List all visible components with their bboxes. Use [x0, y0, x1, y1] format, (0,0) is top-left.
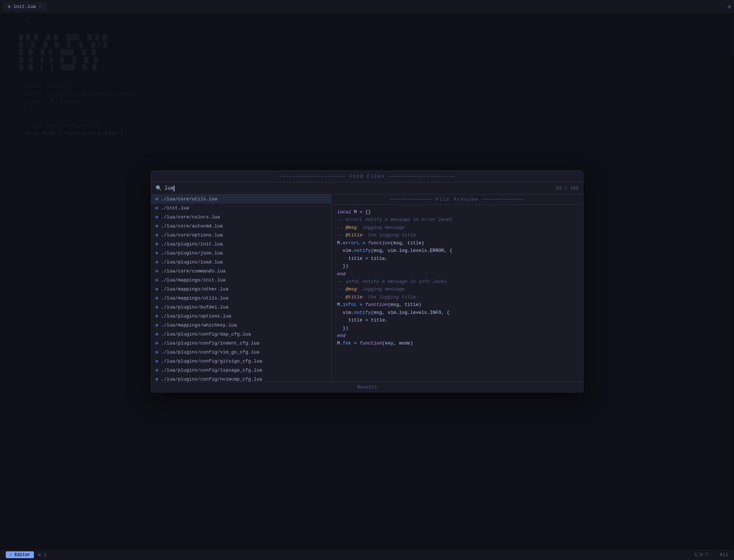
- tab-close-button[interactable]: ×: [39, 5, 41, 9]
- status-bar: ✓ Editor ⊞ 1 1,9-7 All: [0, 549, 734, 560]
- file-icon: ⚙: [156, 341, 158, 346]
- file-icon: ⚙: [156, 305, 158, 310]
- file-list-item[interactable]: ⚙./lua/plugins/load.lua: [151, 258, 331, 267]
- file-item-path: ./lua/plugins/config/nvimcmp_cfg.lua: [161, 377, 262, 382]
- status-tabs: ⊞ 1: [38, 552, 46, 558]
- search-cursor: [174, 186, 174, 191]
- file-list-item[interactable]: ⚙./lua/mappings/whichkey.lua: [151, 321, 331, 330]
- file-icon: ⚙: [156, 241, 158, 247]
- file-list-item[interactable]: ⚙./lua/mappings/other.lua: [151, 285, 331, 294]
- preview-line: local M = {}: [337, 208, 577, 216]
- preview-line: M.infoL = function(msg, title): [337, 301, 577, 308]
- preview-line: vim.notify(msg, vim.log.levels.INFO, {: [337, 309, 577, 316]
- search-text: lua: [165, 185, 174, 191]
- file-item-path: ./lua/plugins/json.lua: [161, 250, 223, 256]
- preview-line: -- infoL notify a message in info level: [337, 278, 577, 285]
- file-list-item[interactable]: ⚙./lua/plugins/options.lua: [151, 312, 331, 321]
- file-icon: ⚙: [156, 359, 158, 364]
- file-item-path: ./lua/plugins/config/dap_cfg.lua: [161, 332, 251, 337]
- scroll-position: All: [720, 552, 728, 557]
- file-list-item[interactable]: ⚙./init.lua: [151, 204, 331, 213]
- file-list-item[interactable]: ⚙./lua/plugins/config/gitsign_cfg.lua: [151, 357, 331, 366]
- file-preview: ──────────── File Preview ──────────── l…: [332, 195, 583, 382]
- window-close-button[interactable]: ⊗: [728, 3, 731, 10]
- file-item-path: ./lua/plugins/options.lua: [161, 314, 231, 319]
- tab-bar: ⚙ init.lua × ⊗: [0, 0, 734, 14]
- file-list-item[interactable]: ⚙./lua/plugins/bufdel.lua: [151, 303, 331, 312]
- editor-area: 12 --[[ 11 10 9 8 7 6: [0, 14, 734, 549]
- status-left: ✓ Editor ⊞ 1: [6, 551, 46, 558]
- file-icon: ⚙: [156, 350, 158, 355]
- file-item-path: ./lua/mappings/whichkey.lua: [161, 323, 237, 328]
- file-item-path: ./lua/core/options.lua: [161, 232, 223, 238]
- file-list-item[interactable]: ⚙./lua/core/utils.lua: [151, 195, 331, 204]
- file-item-path: ./lua/core/utils.lua: [161, 196, 217, 202]
- tab-init-lua[interactable]: ⚙ init.lua ×: [3, 2, 46, 12]
- file-list-item[interactable]: ⚙./lua/plugins/config/dap_cfg.lua: [151, 330, 331, 339]
- file-icon: ⚙: [156, 314, 158, 319]
- file-list-item[interactable]: ⚙./lua/plugins/config/vim_go_cfg.lua: [151, 348, 331, 357]
- file-list-item[interactable]: ⚙./lua/core/colors.lua: [151, 213, 331, 222]
- preview-line: end: [337, 332, 577, 339]
- file-list-item[interactable]: ⚙./lua/mappings/utils.lua: [151, 294, 331, 303]
- file-icon: ⚙: [156, 250, 158, 256]
- file-icon: ⚙: [156, 232, 158, 238]
- preview-line: M.fek = function(key, mode): [337, 339, 577, 347]
- preview-line: -- @title: the logging title: [337, 231, 577, 239]
- find-files-title: Find Files: [349, 174, 384, 179]
- file-icon: ⚙: [156, 268, 158, 274]
- status-right: 1,9-7 All: [694, 552, 728, 557]
- preview-line: title = title,: [337, 316, 577, 324]
- file-item-path: ./lua/plugins/load.lua: [161, 259, 223, 265]
- tabs-icon: ⊞: [38, 552, 41, 558]
- file-icon: ⚙: [156, 377, 158, 382]
- file-item-path: ./lua/mappings/other.lua: [161, 286, 228, 292]
- preview-title: File Preview: [436, 197, 479, 202]
- preview-line: -- @msg: logging message: [337, 285, 577, 293]
- file-list-item[interactable]: ⚙./lua/plugins/config/lspsaga_cfg.lua: [151, 366, 331, 375]
- tabs-count: 1: [44, 552, 46, 558]
- preview-line: M.errorL = function(msg, title): [337, 239, 577, 247]
- file-icon: ⚙: [156, 332, 158, 337]
- file-list-item[interactable]: ⚙./lua/core/autocmd.lua: [151, 222, 331, 231]
- file-item-path: ./lua/core/commands.lua: [161, 268, 226, 274]
- tab-label: init.lua: [13, 4, 36, 9]
- file-preview-header: ──────────── File Preview ────────────: [332, 195, 583, 205]
- file-icon: ⚙: [156, 214, 158, 220]
- find-files-overlay: ─────────────────── Find Files ─────────…: [0, 14, 734, 549]
- file-item-path: ./lua/plugins/config/lspsaga_cfg.lua: [161, 368, 262, 373]
- file-list-item[interactable]: ⚙./lua/plugins/json.lua: [151, 249, 331, 258]
- preview-line: title = title,: [337, 255, 577, 262]
- file-icon: ⚙: [156, 323, 158, 328]
- find-files-header: ─────────────────── Find Files ─────────…: [151, 171, 583, 182]
- file-icon: ⚙: [156, 286, 158, 292]
- preview-code: local M = {} -- errorL notify a message …: [332, 205, 583, 380]
- file-icon: ⚙: [156, 196, 158, 202]
- file-item-path: ./lua/core/autocmd.lua: [161, 223, 223, 229]
- file-item-path: ./lua/plugins/bufdel.lua: [161, 305, 228, 310]
- file-list-item[interactable]: ⚙./lua/mappings/init.lua: [151, 276, 331, 285]
- results-footer-label: Results: [357, 385, 377, 390]
- file-list-item[interactable]: ⚙./lua/plugins/init.lua: [151, 240, 331, 249]
- file-list-item[interactable]: ⚙./lua/core/commands.lua: [151, 267, 331, 276]
- file-list-item[interactable]: ⚙./lua/plugins/config/indent_cfg.lua: [151, 339, 331, 348]
- file-icon: ⚙: [156, 277, 158, 283]
- results-preview-row: ⚙./lua/core/utils.lua⚙./init.lua⚙./lua/c…: [151, 195, 583, 382]
- preview-line: }): [337, 262, 577, 270]
- file-list-item[interactable]: ⚙./lua/core/options.lua: [151, 231, 331, 240]
- file-icon: ⚙: [156, 205, 158, 211]
- file-icon: ⚙: [156, 295, 158, 301]
- search-icon: 🔍: [156, 185, 162, 191]
- lua-file-icon: ⚙: [8, 4, 10, 9]
- file-list[interactable]: ⚙./lua/core/utils.lua⚙./init.lua⚙./lua/c…: [151, 195, 332, 382]
- file-list-item[interactable]: ⚙./lua/plugins/config/nvimcmp_cfg.lua: [151, 375, 331, 382]
- preview-line: end: [337, 270, 577, 278]
- search-input[interactable]: lua: [165, 185, 553, 191]
- file-item-path: ./lua/plugins/config/indent_cfg.lua: [161, 341, 259, 346]
- preview-line: }): [337, 324, 577, 332]
- results-footer: Results: [151, 382, 583, 392]
- status-mode: ✓ Editor: [6, 551, 34, 558]
- file-icon: ⚙: [156, 368, 158, 373]
- find-files-panel: ─────────────────── Find Files ─────────…: [151, 170, 583, 392]
- search-row: 🔍 lua 53 / 106: [151, 182, 583, 195]
